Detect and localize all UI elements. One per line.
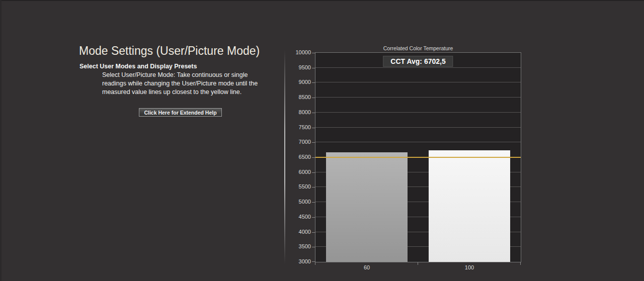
y-axis-tick-label: 10000: [272, 49, 311, 55]
y-axis-tick-label: 7500: [272, 124, 311, 130]
cct-average-badge: CCT Avg: 6702,5: [383, 56, 453, 67]
y-axis-tick-mark: [312, 261, 315, 262]
y-axis-tick-mark: [312, 142, 315, 143]
y-axis-tick-label: 9500: [272, 64, 311, 70]
target-reference-line: [315, 157, 521, 158]
plot-area: CCT Avg: 6702,5: [315, 52, 521, 262]
y-axis-tick-label: 8000: [272, 109, 311, 115]
extended-help-button[interactable]: Click Here for Extended Help: [139, 108, 222, 117]
x-axis-category-label: 60: [315, 264, 418, 270]
instruction-line: readings while changing the User/Picture…: [102, 79, 258, 88]
instructions-text: Select User/Picture Mode: Take continuou…: [102, 71, 258, 97]
y-axis-tick-mark: [312, 98, 315, 98]
y-axis-tick-mark: [312, 128, 315, 128]
x-axis-tick-mark: [520, 262, 521, 265]
y-axis-tick-mark: [312, 247, 315, 247]
gridline: [315, 142, 521, 142]
y-axis-tick-mark: [312, 82, 315, 83]
y-axis-tick-mark: [312, 113, 315, 113]
instruction-line: Select User/Picture Mode: Take continuou…: [102, 71, 258, 79]
y-axis-tick-mark: [312, 202, 315, 203]
y-axis-tick-label: 7000: [272, 139, 311, 145]
y-axis-tick-mark: [312, 53, 315, 53]
y-axis-tick-mark: [312, 187, 315, 188]
section-subtitle: Select User Modes and Display Presets: [79, 63, 197, 70]
y-axis-tick-mark: [312, 232, 315, 233]
gridline: [315, 97, 521, 98]
y-axis-tick-mark: [312, 68, 315, 68]
bar: [429, 150, 510, 262]
y-axis-tick-label: 4500: [272, 214, 311, 220]
y-axis-tick-label: 6500: [272, 154, 311, 160]
y-axis-tick-mark: [312, 217, 315, 218]
window-left-edge: [0, 0, 2, 281]
y-axis-tick-mark: [312, 157, 315, 158]
y-axis-tick-label: 8500: [272, 94, 311, 100]
chart-title: Correlated Color Temperature: [315, 45, 521, 51]
y-axis-tick-label: 3500: [272, 243, 311, 249]
window-top-edge: [0, 0, 644, 1]
x-axis-tick-mark: [315, 262, 315, 265]
y-axis-tick-label: 9000: [272, 79, 311, 85]
gridline: [315, 82, 521, 82]
instruction-line: measured value lines up closest to the y…: [102, 88, 258, 97]
y-axis-tick-label: 6000: [272, 169, 311, 175]
y-axis-tick-label: 5500: [272, 183, 311, 190]
y-axis-tick-label: 4000: [272, 229, 311, 235]
x-axis-category-label: 100: [418, 264, 521, 270]
page-title: Mode Settings (User/Picture Mode): [79, 44, 260, 58]
app-window: Mode Settings (User/Picture Mode) Select…: [0, 0, 644, 281]
gridline: [315, 112, 521, 113]
gridline: [315, 127, 521, 128]
bar: [326, 152, 408, 262]
x-axis-tick-mark: [418, 262, 418, 265]
y-axis-tick-mark: [312, 172, 315, 173]
gridline: [315, 67, 521, 68]
y-axis-tick-label: 3000: [272, 258, 311, 264]
y-axis-tick-label: 5000: [272, 199, 311, 205]
